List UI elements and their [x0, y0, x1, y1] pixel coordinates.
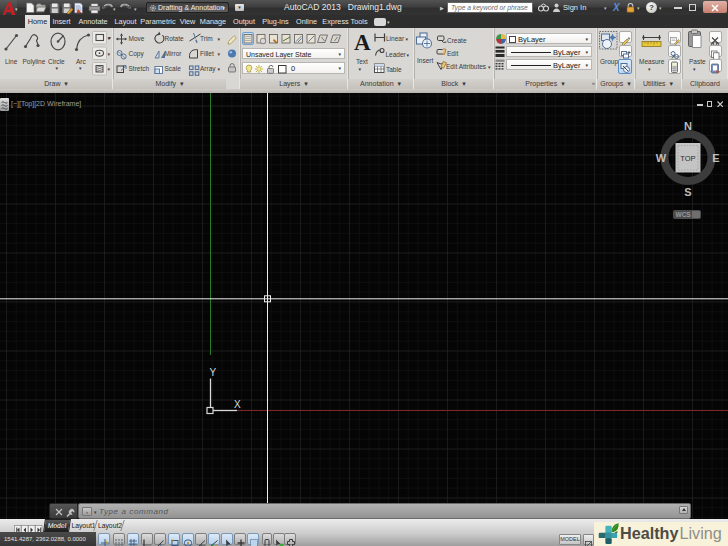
svg-text:E: E: [712, 152, 719, 164]
svg-text:N: N: [684, 120, 692, 132]
svg-text:X: X: [234, 399, 241, 410]
svg-text:S: S: [684, 186, 691, 198]
svg-text:W: W: [656, 152, 667, 164]
svg-text:TOP: TOP: [680, 154, 695, 163]
svg-text:Y: Y: [210, 367, 217, 378]
